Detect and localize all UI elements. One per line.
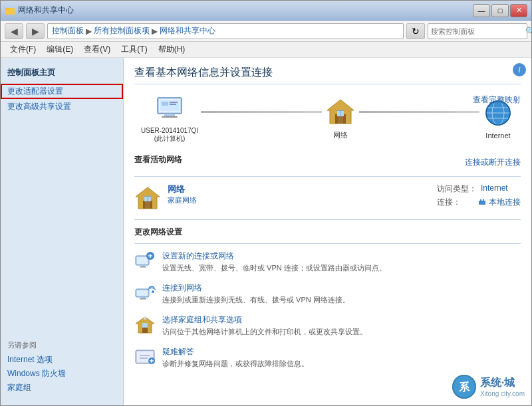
forward-button[interactable]: ▶ (26, 23, 45, 39)
menu-edit[interactable]: 编辑(E) (41, 43, 78, 56)
internet-label: Internet (485, 132, 510, 140)
svg-rect-30 (480, 199, 481, 201)
sidebar-also: 另请参阅 Internet 选项 Windows 防火墙 家庭组 (1, 336, 123, 399)
active-net-name[interactable]: 网络 (168, 183, 437, 195)
section-divider-2 (134, 219, 521, 220)
setting-icon-0 (134, 251, 156, 272)
svg-rect-28 (148, 196, 148, 201)
svg-point-43 (152, 290, 154, 293)
sidebar-internet-options[interactable]: Internet 选项 (7, 353, 116, 367)
folder-icon (5, 5, 15, 16)
change-settings-list: 设置新的连接或网络 设置无线、宽带、拨号、临时或 VPN 连接；或设置路由器或访… (134, 251, 521, 369)
connect-value[interactable]: 本地连接 (477, 197, 521, 208)
active-net-type[interactable]: 家庭网络 (168, 195, 437, 205)
view-full-map-link[interactable]: 查看完整映射 (473, 94, 521, 106)
content-area: i 查看基本网络信息并设置连接 (124, 58, 531, 405)
main-window: 网络和共享中心 — □ ✕ ◀ ▶ 控制面板 ▶ 所有控制面板项 ▶ 网络和共享… (0, 0, 532, 406)
path-item-1[interactable]: 控制面板 (52, 25, 84, 37)
network-label: 网络 (333, 130, 348, 140)
watermark-sub-text: Xitong city.com (480, 390, 525, 397)
menu-file[interactable]: 文件(F) (5, 43, 41, 56)
close-button[interactable]: ✕ (510, 4, 527, 17)
setting-title-3[interactable]: 疑难解答 (162, 346, 521, 357)
svg-rect-33 (137, 257, 148, 264)
watermark-text-block: 系统·城 Xitong city.com (480, 376, 525, 397)
connect-label: 连接： (437, 197, 473, 208)
svg-text:系: 系 (459, 381, 470, 393)
svg-rect-2 (5, 9, 15, 15)
search-input[interactable] (428, 27, 525, 35)
setting-title-2[interactable]: 选择家庭组和共享选项 (162, 314, 521, 326)
content-header: 查看基本网络信息并设置连接 (134, 66, 521, 84)
title-bar: 网络和共享中心 — □ ✕ (1, 1, 531, 21)
active-net-info: 网络 家庭网络 (168, 183, 437, 205)
search-icon[interactable]: 🔍 (525, 24, 532, 39)
watermark-main-text: 系统·城 (480, 376, 525, 390)
setting-desc-1: 连接到或重新连接到无线、有线、拨号或 VPN 网络连接。 (162, 295, 521, 305)
sidebar-link-sharing[interactable]: 更改高级共享设置 (1, 99, 123, 114)
setting-content-3: 疑难解答 诊断并修复网络问题，或获得故障排除信息。 (162, 346, 521, 369)
setting-icon-3 (134, 346, 156, 367)
path-item-2[interactable]: 所有控制面板项 (94, 25, 150, 37)
network-plug-icon (477, 198, 487, 207)
svg-rect-10 (170, 104, 176, 105)
sidebar-also-title: 另请参阅 (7, 340, 116, 350)
net-line-1 (201, 111, 321, 113)
svg-rect-45 (142, 328, 148, 333)
active-network-section: 查看活动网络 连接或断开连接 (134, 154, 521, 211)
net-item-network: 网络 (325, 96, 356, 140)
address-path[interactable]: 控制面板 ▶ 所有控制面板项 ▶ 网络和共享中心 (47, 23, 404, 39)
sidebar: 控制面板主页 更改适配器设置 更改高级共享设置 另请参阅 Internet 选项… (1, 58, 124, 405)
svg-rect-40 (137, 290, 148, 296)
svg-rect-8 (162, 102, 168, 106)
setting-title-0[interactable]: 设置新的连接或网络 (162, 251, 521, 262)
access-value: Internet (481, 183, 508, 195)
active-network-row: 网络 家庭网络 访问类型： Internet 连接： (134, 183, 521, 211)
title-bar-controls: — □ ✕ (473, 4, 527, 17)
minimize-button[interactable]: — (473, 4, 490, 17)
svg-rect-5 (164, 114, 175, 116)
info-icon[interactable]: i (513, 63, 526, 76)
setting-content-2: 选择家庭组和共享选项 访问位于其他网络计算机上的文件和打印机，或更改共享设置。 (162, 314, 521, 337)
svg-rect-6 (162, 116, 178, 118)
watermark-logo: 系 (452, 375, 476, 399)
access-label: 访问类型： (437, 183, 477, 195)
access-type-row: 访问类型： Internet (437, 183, 521, 195)
title-bar-title: 网络和共享中心 (18, 5, 74, 16)
setting-item-2: 选择家庭组和共享选项 访问位于其他网络计算机上的文件和打印机，或更改共享设置。 (134, 314, 521, 337)
computer-label: USER-20141017QI(此计算机) (141, 127, 198, 144)
menu-tools[interactable]: 工具(T) (116, 43, 152, 56)
connect-disconnect-link[interactable]: 连接或断开连接 (465, 157, 521, 168)
house-icon (325, 96, 356, 128)
setting-content-0: 设置新的连接或网络 设置无线、宽带、拨号、临时或 VPN 连接；或设置路由器或访… (162, 251, 521, 273)
setting-content-1: 连接到网络 连接到或重新连接到无线、有线、拨号或 VPN 网络连接。 (162, 282, 521, 305)
title-bar-left: 网络和共享中心 (5, 5, 74, 16)
svg-rect-29 (479, 201, 485, 205)
active-net-icon (134, 185, 161, 211)
sidebar-firewall[interactable]: Windows 防火墙 (7, 367, 116, 381)
svg-rect-9 (170, 102, 178, 103)
menu-view[interactable]: 查看(V) (78, 43, 116, 56)
maximize-button[interactable]: □ (491, 4, 509, 17)
setting-icon-2 (134, 314, 156, 336)
watermark: 系 系统·城 Xitong city.com (452, 375, 525, 399)
path-item-3[interactable]: 网络和共享中心 (160, 25, 215, 37)
sidebar-link-adapter[interactable]: 更改适配器设置 (1, 84, 123, 99)
active-net-props: 访问类型： Internet 连接： 本地连接 (437, 183, 521, 210)
setting-item-1: 连接到网络 连接到或重新连接到无线、有线、拨号或 VPN 网络连接。 (134, 282, 521, 305)
setting-title-1[interactable]: 连接到网络 (162, 282, 521, 294)
back-button[interactable]: ◀ (5, 23, 23, 39)
sidebar-homegroup[interactable]: 家庭组 (7, 381, 116, 395)
setting-desc-0: 设置无线、宽带、拨号、临时或 VPN 连接；或设置路由器或访问点。 (162, 263, 521, 273)
section-divider-3 (134, 243, 521, 244)
setting-icon-1 (134, 282, 156, 304)
search-box: 🔍 (428, 23, 527, 39)
svg-rect-46 (142, 323, 148, 328)
computer-icon (154, 92, 186, 124)
address-bar: ◀ ▶ 控制面板 ▶ 所有控制面板项 ▶ 网络和共享中心 ↻ 🔍 (1, 21, 531, 42)
menu-help[interactable]: 帮助(H) (153, 43, 191, 56)
setting-desc-3: 诊断并修复网络问题，或获得故障排除信息。 (162, 359, 521, 369)
svg-rect-34 (141, 265, 145, 266)
svg-rect-31 (483, 199, 484, 201)
refresh-button[interactable]: ↻ (406, 23, 425, 39)
